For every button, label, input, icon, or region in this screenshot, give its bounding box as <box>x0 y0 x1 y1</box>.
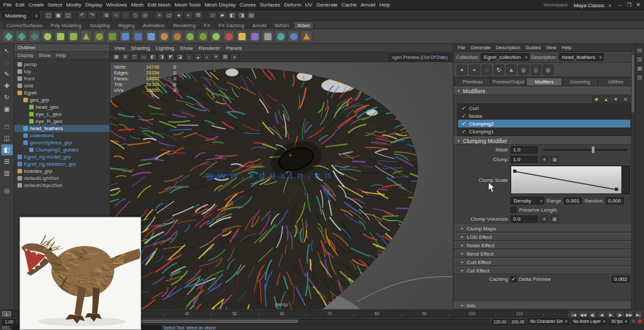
shaded-icon[interactable]: ● <box>194 53 202 61</box>
xray-icon[interactable]: ≡ <box>230 53 238 61</box>
sidebar-toggle-icon[interactable]: ▤ <box>247 11 256 19</box>
modifier-item-noise[interactable]: Noise <box>458 112 630 120</box>
menu-mesh-display[interactable]: Mesh Display <box>203 2 238 8</box>
xgen-menu-generate[interactable]: Generate <box>470 45 490 50</box>
shelf-xgen-groom[interactable] <box>197 30 209 42</box>
section-bend-effect[interactable]: Bend Effect <box>454 250 635 258</box>
shelf-tab-fx-caching[interactable]: FX Caching <box>214 21 247 28</box>
xgen-tab-grooming[interactable]: Grooming <box>562 78 598 86</box>
outliner-menu-display[interactable]: Display <box>17 52 34 58</box>
snap-point-icon[interactable]: ∙ <box>121 11 130 19</box>
shelf-smooth-brush[interactable] <box>171 30 183 42</box>
delete-modifier-icon[interactable]: ✕ <box>621 96 630 103</box>
shelf-cv-curve[interactable] <box>16 30 27 42</box>
menu-edit-mesh[interactable]: Edit Mesh <box>146 2 173 8</box>
outliner-menu-show[interactable]: Show <box>39 52 51 58</box>
film-gate-icon[interactable]: ◫ <box>130 53 139 61</box>
render-current-frame-icon[interactable]: ● <box>174 11 183 19</box>
play-backwards-button[interactable]: ◀ <box>597 311 606 318</box>
shelf-torus[interactable] <box>93 30 105 42</box>
shelf-tab-mash[interactable]: MASH <box>271 21 293 28</box>
export-patches-icon[interactable]: ▲ <box>506 65 516 75</box>
create-description-icon[interactable]: ● <box>457 65 467 75</box>
viewport-menu-renderer[interactable]: Renderer <box>199 45 220 51</box>
shelf-tab-poly-modeling[interactable]: Poly Modeling <box>47 21 85 28</box>
set-key-icon[interactable]: ⬩ <box>630 318 636 324</box>
range-field[interactable]: 0.001 <box>564 197 582 204</box>
resolution-gate-icon[interactable]: ▭ <box>139 53 148 61</box>
xgen-menu-guides[interactable]: Guides <box>525 45 541 50</box>
paint-select-tool[interactable]: ✎ <box>1 69 13 80</box>
guides-icon[interactable]: ψ <box>518 65 529 75</box>
outliner-item-egret[interactable]: Egret <box>14 89 109 96</box>
collection-selector[interactable]: Egret_collection <box>481 53 529 61</box>
shelf-tab-rendering[interactable]: Rendering <box>169 21 200 28</box>
outliner-menu-help[interactable]: Help <box>56 52 65 58</box>
select-object-icon[interactable]: ▰ <box>218 11 227 19</box>
outliner-item-side[interactable]: side <box>14 82 109 89</box>
channel-box-icon[interactable]: ▤ <box>636 47 643 54</box>
shelf-light[interactable] <box>288 30 299 42</box>
attribute-editor-icon[interactable]: ▥ <box>636 56 643 63</box>
modifiers-section-header[interactable]: Modifiers <box>454 87 635 95</box>
go-to-end-button[interactable]: ▶| <box>634 311 643 318</box>
menu-display[interactable]: Display <box>84 2 104 8</box>
outliner-item-head-feathers[interactable]: head_feathers <box>14 125 109 132</box>
single-pane-layout[interactable]: □ <box>1 121 13 132</box>
ramp-interp-selector[interactable]: Density <box>511 197 544 204</box>
rotate-tool[interactable]: ↻ <box>1 92 13 103</box>
shelf-tab-sculpting[interactable]: Sculpting <box>86 21 114 28</box>
play-forwards-button[interactable]: ▶ <box>606 311 615 318</box>
redo-icon[interactable]: ↷ <box>87 11 97 19</box>
modifier-enabled-check[interactable] <box>461 129 466 135</box>
clump-field[interactable]: 1.0 <box>511 156 538 163</box>
menu-help[interactable]: Help <box>378 2 392 8</box>
outliner-item-front[interactable]: front <box>14 75 109 82</box>
shelf-ocean[interactable] <box>275 30 286 42</box>
shelf-ncloth[interactable] <box>236 30 247 42</box>
shelf-emitter[interactable] <box>301 30 312 42</box>
menu-mesh-tools[interactable]: Mesh Tools <box>172 2 202 8</box>
shelf-xgen-guides[interactable] <box>210 30 222 42</box>
move-modifier-up-icon[interactable]: ▲ <box>602 96 610 103</box>
modifier-item-clumping1[interactable]: Clumping1 <box>458 127 630 135</box>
lighting-icon[interactable]: ☀ <box>212 53 220 61</box>
modifier-item-curl[interactable]: Curl <box>458 104 630 112</box>
outliner-item-defaultobjectset[interactable]: defaultObjectSet <box>14 182 109 189</box>
viewport-menu-panels[interactable]: Panels <box>226 45 242 51</box>
refresh-preview-icon[interactable]: ↻ <box>494 65 504 75</box>
xgen-tab-primitives[interactable]: Primitives <box>455 78 490 86</box>
step-forward-frame-button[interactable]: |▶ <box>615 311 624 318</box>
xgen-menu-description[interactable]: Description <box>496 45 520 50</box>
viewport-canvas[interactable]: Verts:147400Edges:293340Faces:146520Tris… <box>110 62 453 309</box>
menu-file[interactable]: File <box>1 2 14 8</box>
modifier-item-clumping2[interactable]: Clumping2 <box>458 120 630 127</box>
outliner-item-groomsplines-grp[interactable]: groomSplines_grp <box>14 139 109 146</box>
xgen-menu-help[interactable]: Help <box>562 45 571 50</box>
outliner-item-top[interactable]: top <box>14 68 109 75</box>
shelf-cone[interactable] <box>80 30 92 42</box>
mask-slider[interactable] <box>543 149 627 151</box>
shelf-ep-curve[interactable] <box>29 30 40 42</box>
viewport-menu-show[interactable]: Show <box>180 45 193 51</box>
shadows-icon[interactable]: ▤ <box>221 53 229 61</box>
clear-preview-icon[interactable]: ◌ <box>481 65 492 75</box>
select-hierarchy-icon[interactable]: ▱ <box>208 11 217 19</box>
volumize-field[interactable]: 0.0 <box>511 215 538 223</box>
highlight-selection-icon[interactable]: ◨ <box>237 11 246 19</box>
outliner-item-eye-l-geo[interactable]: eye_L_geo <box>14 111 109 118</box>
shelf-bevel[interactable] <box>132 30 144 42</box>
make-live-icon[interactable]: ◎ <box>141 11 150 19</box>
minimize-button[interactable]: – <box>615 2 625 8</box>
outliner-item-geo-grp[interactable]: geo_grp <box>14 96 109 104</box>
modifier-enabled-check[interactable] <box>461 121 466 127</box>
modifier-list[interactable]: CurlNoiseClumping2Clumping1 <box>457 104 631 136</box>
construction-history-icon[interactable]: ≡ <box>155 11 164 19</box>
outliner-item-defaultlightset[interactable]: defaultLightSet <box>14 175 109 182</box>
menu-deform[interactable]: Deform <box>282 2 303 8</box>
shelf-sculpt-brush[interactable] <box>158 30 170 42</box>
menu-surfaces[interactable]: Surfaces <box>258 2 282 8</box>
outliner-item-eye-r-geo[interactable]: eye_R_geo <box>14 118 109 125</box>
safe-title-icon[interactable]: ◪ <box>176 53 184 61</box>
menu-generate[interactable]: Generate <box>314 2 339 8</box>
